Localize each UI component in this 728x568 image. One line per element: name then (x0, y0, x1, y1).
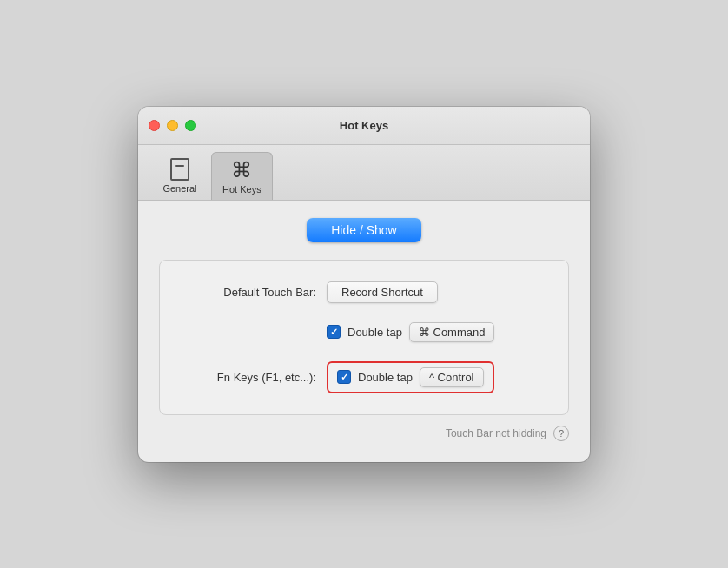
tab-general-label: General (162, 183, 196, 194)
main-window: Hot Keys General ⌘ Hot Keys Hide / Show … (138, 107, 590, 462)
double-tap-command-checkbox[interactable] (327, 325, 341, 339)
window-title: Hot Keys (340, 119, 388, 132)
default-touch-bar-row: Default Touch Bar: Record Shortcut (177, 281, 551, 303)
hide-show-button[interactable]: Hide / Show (307, 218, 420, 242)
tab-hotkeys[interactable]: ⌘ Hot Keys (211, 152, 273, 200)
double-tap-command-row: Double tap ⌘ Command (327, 322, 551, 342)
traffic-lights (149, 120, 196, 131)
command-key-label: ⌘ Command (419, 326, 486, 339)
status-text: Touch Bar not hidding (446, 427, 546, 439)
record-shortcut-button[interactable]: Record Shortcut (327, 281, 438, 303)
fn-keys-highlighted-container: Double tap ^ Control (327, 361, 494, 393)
status-row: Touch Bar not hidding ? (159, 426, 569, 441)
close-button[interactable] (149, 120, 160, 131)
main-content: Hide / Show Default Touch Bar: Record Sh… (138, 201, 590, 462)
control-key-badge[interactable]: ^ Control (420, 367, 484, 387)
help-button[interactable]: ? (553, 426, 569, 441)
titlebar: Hot Keys (138, 107, 590, 145)
double-tap-command-label: Double tap (347, 326, 402, 339)
tab-general[interactable]: General (152, 152, 208, 200)
general-icon (168, 157, 192, 182)
minimize-button[interactable] (167, 120, 178, 131)
double-tap-fn-checkbox[interactable] (337, 370, 351, 384)
control-key-label: ^ Control (429, 371, 474, 384)
tab-hotkeys-label: Hot Keys (222, 184, 261, 195)
toolbar: General ⌘ Hot Keys (138, 145, 590, 201)
command-key-badge[interactable]: ⌘ Command (409, 322, 495, 342)
fn-keys-label: Fn Keys (F1, etc...): (177, 371, 316, 384)
default-touch-bar-label: Default Touch Bar: (177, 286, 316, 299)
fn-keys-row: Fn Keys (F1, etc...): Double tap ^ Contr… (177, 361, 551, 393)
double-tap-command-container: Double tap ⌘ Command (327, 322, 494, 342)
settings-panel: Default Touch Bar: Record Shortcut Doubl… (159, 260, 569, 415)
hotkeys-icon: ⌘ (229, 158, 254, 182)
maximize-button[interactable] (185, 120, 196, 131)
double-tap-fn-label: Double tap (358, 371, 413, 384)
